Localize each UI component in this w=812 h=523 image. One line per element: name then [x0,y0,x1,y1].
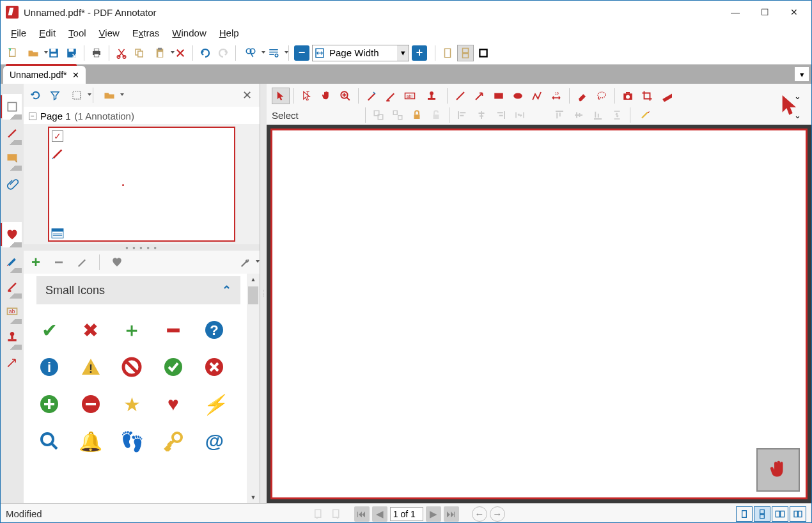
tab-close-icon[interactable]: ✕ [72,70,79,80]
text-select-tool[interactable] [298,88,316,104]
menu-view[interactable]: View [94,26,125,40]
paste-button[interactable] [149,45,171,61]
page-thumb-prev[interactable] [311,506,326,522]
stamp-check-circle[interactable] [160,354,186,380]
refresh-button[interactable] [27,87,44,104]
stamp-star[interactable]: ★ [119,391,144,417]
view-two-page[interactable] [772,506,788,522]
align-middle-button[interactable] [570,107,588,123]
stamp-at[interactable]: @ [201,428,227,454]
align-bottom-button[interactable] [589,107,607,123]
cursor-tool[interactable] [272,88,290,104]
first-page-button[interactable]: ⏮ [354,506,370,522]
next-page-button[interactable]: ▶ [426,506,441,522]
stamp-question[interactable]: ? [201,317,227,343]
eraser-tool[interactable] [574,88,591,104]
minimize-button[interactable]: — [721,3,750,22]
close-button[interactable]: ✕ [779,3,809,22]
menu-help[interactable]: Help [214,26,244,40]
stamp-settings-button[interactable] [234,254,256,270]
menu-edit[interactable]: Edit [34,26,61,40]
expand-icon[interactable]: − [29,113,36,120]
stamp-heart[interactable]: ♥ [160,391,186,417]
page-thumb-next[interactable] [329,506,344,522]
zoom-in-button[interactable]: + [412,45,427,61]
view-book[interactable] [790,506,806,522]
stamp-bell[interactable]: 🔔 [78,428,104,454]
thumbnail-checkbox[interactable]: ✓ [52,130,63,142]
open-button[interactable] [22,45,44,61]
stamp-info[interactable]: i [36,354,62,380]
arrow-shape-tool[interactable] [471,88,488,104]
rectangle-tool[interactable] [490,88,508,104]
ruler-tool[interactable] [657,88,675,104]
line-tool[interactable] [451,88,469,104]
stamp-minus[interactable]: ━ [160,317,186,343]
arrow-tool[interactable] [3,350,22,375]
distribute-h-button[interactable] [511,107,529,123]
zoom-tool[interactable] [336,88,354,104]
new-button[interactable] [4,45,21,61]
nav-back-button[interactable]: ← [472,506,487,522]
page-input[interactable] [390,507,423,521]
lasso-tool[interactable] [593,88,611,104]
print-button[interactable] [88,45,105,61]
nav-forward-button[interactable]: → [490,506,505,522]
stamp-favorite-button[interactable] [109,254,125,270]
zoom-select[interactable]: Page Width ▾ [312,45,409,61]
pdf-page[interactable] [270,129,808,499]
stamp-plus-circle[interactable] [36,391,62,417]
dimension-tool[interactable]: 10 [547,88,565,104]
ellipse-tool[interactable] [509,88,527,104]
document-tab[interactable]: Unnamed.pdf* ✕ [3,66,86,84]
stamp-edit-button[interactable] [74,254,90,270]
panel-close-button[interactable]: ✕ [238,86,256,105]
copy-button[interactable] [131,45,148,61]
align-center-button[interactable] [472,107,490,123]
page-canvas[interactable] [267,125,811,503]
stamp-key[interactable] [160,428,186,454]
ungroup-button[interactable] [389,107,407,123]
highlighter-tool[interactable] [382,88,400,104]
save-as-button[interactable] [63,45,80,61]
page-thumbnail[interactable]: ✓ [48,127,235,242]
prev-page-button[interactable]: ◀ [372,506,387,522]
textbox-tool[interactable]: ab| [401,88,419,104]
stamp-lightning[interactable]: ⚡ [201,391,227,417]
stamp-x-circle[interactable] [201,354,227,380]
align-top-button[interactable] [550,107,568,123]
style-picker-button[interactable] [634,107,657,123]
selection-mode-button[interactable] [66,87,88,104]
tab-overflow-button[interactable]: ▾ [795,67,809,81]
snapshot-tool[interactable] [619,88,637,104]
zoom-out-button[interactable]: − [294,45,309,61]
stamp-footsteps[interactable]: 👣 [119,428,144,454]
filter-button[interactable] [47,87,63,104]
search-list-button[interactable] [263,45,285,61]
distribute-v-button[interactable] [608,107,626,123]
zoom-dropdown-icon[interactable]: ▾ [397,45,409,61]
fullscreen-button[interactable] [475,45,492,61]
section-header[interactable]: Small Icons ⌃ [36,276,240,304]
maximize-button[interactable]: ☐ [750,3,779,22]
group-button[interactable] [370,107,387,123]
continuous-page-button[interactable] [457,45,474,61]
unlock-button[interactable] [427,107,445,123]
menu-file[interactable]: File [6,26,31,40]
vertical-splitter[interactable]: ····· [260,84,267,503]
view-continuous[interactable] [754,506,770,522]
find-button[interactable] [240,45,262,61]
redo-button[interactable] [215,45,231,61]
polyline-tool[interactable] [528,88,546,104]
last-page-button[interactable]: ⏭ [444,506,459,522]
stamp-no-entry[interactable] [119,354,144,380]
stamp-warning[interactable]: ! [78,354,104,380]
stamp-plus[interactable]: ＋ [119,317,144,343]
stamp-search[interactable] [36,428,62,454]
single-page-button[interactable] [439,45,456,61]
save-button[interactable] [45,45,62,61]
menu-tool[interactable]: Tool [63,26,91,40]
pencil-tool[interactable] [363,88,380,104]
align-left-button[interactable] [453,107,471,123]
attachment-tool[interactable] [3,171,22,196]
